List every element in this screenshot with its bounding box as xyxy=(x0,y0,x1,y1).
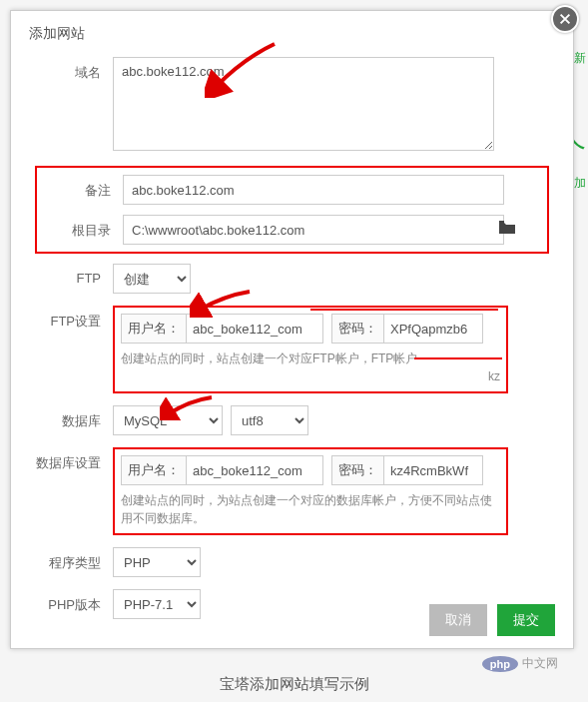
highlight-box-1: 备注 根目录 xyxy=(35,166,549,254)
remark-input[interactable] xyxy=(123,175,504,205)
domain-input[interactable]: abc.boke112.com xyxy=(113,57,494,151)
db-charset-select[interactable]: utf8 xyxy=(231,405,308,435)
ftp-pass-input[interactable] xyxy=(383,314,483,344)
ftp-settings-label: FTP设置 xyxy=(35,306,113,331)
rootdir-label: 根目录 xyxy=(45,215,123,240)
php-cn-text: 中文网 xyxy=(522,655,558,672)
program-row: 程序类型 PHP xyxy=(35,547,549,577)
program-select[interactable]: PHP xyxy=(113,547,201,577)
db-row: 数据库 MySQL utf8 xyxy=(35,405,549,435)
domain-label: 域名 xyxy=(35,57,113,82)
php-logo-icon: php xyxy=(482,656,518,672)
highlight-box-2: 用户名： 密码： 创建站点的同时，站点创建一个对应FTP帐户，FTP帐户 kz xyxy=(113,306,508,393)
db-user-input[interactable] xyxy=(186,455,323,485)
domain-row: 域名 abc.boke112.com xyxy=(35,57,549,154)
rootdir-input[interactable] xyxy=(123,215,504,245)
ftp-help-text: 创建站点的同时，站点创建一个对应FTP帐户，FTP帐户 kz xyxy=(121,350,500,385)
phpver-select[interactable]: PHP-7.1 xyxy=(113,589,201,619)
db-label: 数据库 xyxy=(35,405,113,430)
watermark-badge: php 中文网 xyxy=(482,655,558,672)
submit-button[interactable]: 提交 xyxy=(497,604,555,636)
db-pass-label: 密码： xyxy=(331,455,383,485)
ftp-user-label: 用户名： xyxy=(121,314,186,344)
db-user-label: 用户名： xyxy=(121,455,186,485)
db-settings-row: 数据库设置 用户名： 密码： 创建站点的同时，为站点创建一个对应的数据库帐户，方… xyxy=(35,447,549,535)
add-site-modal: 添加网站 域名 abc.boke112.com 备注 根目录 xyxy=(10,10,574,649)
program-label: 程序类型 xyxy=(35,547,113,572)
rootdir-row: 根目录 xyxy=(45,215,539,245)
ftp-settings-row: FTP设置 用户名： 密码： 创建站点的同时，站点创建一个对应FTP帐户，FTP… xyxy=(35,306,549,393)
highlight-box-3: 用户名： 密码： 创建站点的同时，为站点创建一个对应的数据库帐户，方便不同站点使… xyxy=(113,447,508,535)
remark-row: 备注 xyxy=(45,175,539,205)
ftp-label: FTP xyxy=(35,264,113,286)
form-body: 域名 abc.boke112.com 备注 根目录 xyxy=(11,57,573,619)
db-help-text: 创建站点的同时，为站点创建一个对应的数据库帐户，方便不同站点使用不同数据库。 xyxy=(121,491,500,527)
ftp-row: FTP 创建 xyxy=(35,264,549,294)
db-pass-input[interactable] xyxy=(383,455,483,485)
folder-icon[interactable] xyxy=(499,221,515,238)
modal-footer: 取消 提交 xyxy=(429,604,555,636)
remark-label: 备注 xyxy=(45,175,123,200)
image-caption: 宝塔添加网站填写示例 xyxy=(0,675,588,694)
ftp-user-input[interactable] xyxy=(186,314,323,344)
db-settings-label: 数据库设置 xyxy=(35,447,113,472)
ftp-pass-label: 密码： xyxy=(331,314,383,344)
cancel-button[interactable]: 取消 xyxy=(429,604,487,636)
phpver-label: PHP版本 xyxy=(35,589,113,614)
db-type-select[interactable]: MySQL xyxy=(113,405,223,435)
ftp-select[interactable]: 创建 xyxy=(113,264,191,294)
modal-title: 添加网站 xyxy=(11,11,573,57)
